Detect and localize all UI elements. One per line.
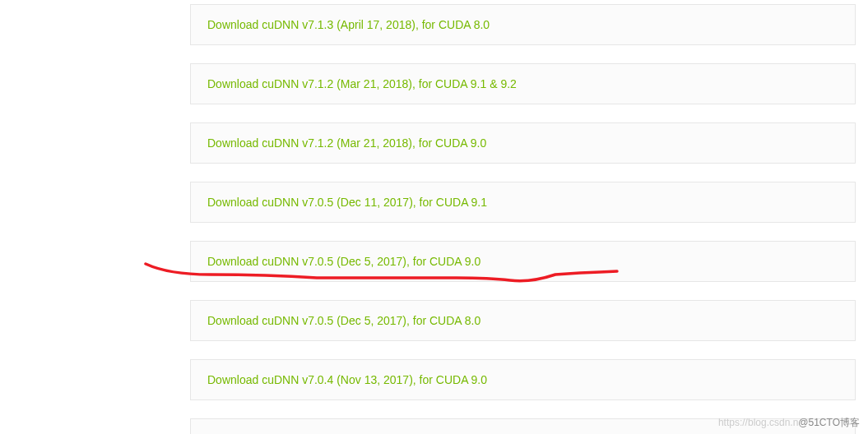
- watermark-dark: @51CTO博客: [798, 417, 860, 428]
- download-link-label: Download cuDNN v7.0.4 (Nov 13, 2017), fo…: [207, 373, 487, 386]
- download-item[interactable]: Download cuDNN v7.0.4 (Nov 13, 2017), fo…: [190, 359, 856, 400]
- download-link-label: Download cuDNN v7.1.2 (Mar 21, 2018), fo…: [207, 136, 486, 150]
- watermark: https://blog.csdn.n@51CTO博客: [718, 416, 860, 430]
- download-item[interactable]: Download cuDNN v7.1.2 (Mar 21, 2018), fo…: [190, 63, 856, 104]
- download-item[interactable]: Download cuDNN v7.0.5 (Dec 5, 2017), for…: [190, 300, 856, 341]
- download-list: Download cuDNN v7.1.3 (April 17, 2018), …: [0, 4, 868, 434]
- download-link-label: Download cuDNN v7.0.5 (Dec 5, 2017), for…: [207, 314, 480, 327]
- download-item[interactable]: Download cuDNN v7.0.5 (Dec 11, 2017), fo…: [190, 182, 856, 223]
- download-item[interactable]: Download cuDNN v7.1.2 (Mar 21, 2018), fo…: [190, 122, 856, 164]
- watermark-light: https://blog.csdn.n: [718, 417, 798, 428]
- download-link-label: Download cuDNN v7.0.5 (Dec 5, 2017), for…: [207, 255, 480, 268]
- download-link-label: Download cuDNN v7.1.2 (Mar 21, 2018), fo…: [207, 77, 517, 90]
- download-link-label: Download cuDNN v7.1.3 (April 17, 2018), …: [207, 18, 490, 31]
- download-link-label: Download cuDNN v7.0.5 (Dec 11, 2017), fo…: [207, 196, 487, 209]
- download-item[interactable]: Download cuDNN v7.1.3 (April 17, 2018), …: [190, 4, 856, 45]
- download-item[interactable]: Download cuDNN v7.0.5 (Dec 5, 2017), for…: [190, 241, 856, 282]
